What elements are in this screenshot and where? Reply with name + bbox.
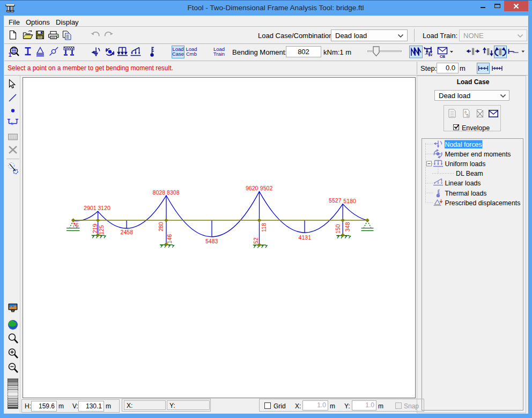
svg-text:1: 1 xyxy=(9,51,12,58)
svg-text:Cmb: Cmb xyxy=(186,51,197,57)
svg-text:CB: CB xyxy=(440,55,445,58)
svg-text:DL Beam: DL Beam xyxy=(456,170,483,177)
svg-text:8308: 8308 xyxy=(167,189,180,196)
svg-text:Member end moments: Member end moments xyxy=(445,151,511,158)
svg-text:125: 125 xyxy=(98,225,105,235)
svg-text:280: 280 xyxy=(158,222,164,232)
svg-text:L: L xyxy=(11,122,13,125)
svg-text:Nodal forces: Nodal forces xyxy=(445,141,482,148)
svg-text:118: 118 xyxy=(261,223,267,232)
svg-text:146: 146 xyxy=(166,234,173,244)
svg-text:5180: 5180 xyxy=(343,198,356,204)
svg-text:150: 150 xyxy=(335,224,342,234)
svg-text:4131: 4131 xyxy=(299,234,312,241)
svg-text:5527: 5527 xyxy=(329,197,342,204)
svg-text:Thermal loads: Thermal loads xyxy=(445,190,487,197)
svg-text:5483: 5483 xyxy=(205,238,218,244)
svg-text:2901: 2901 xyxy=(84,205,97,211)
svg-text:8028: 8028 xyxy=(153,189,166,196)
svg-text:2458: 2458 xyxy=(121,229,134,235)
svg-text:9620: 9620 xyxy=(246,185,258,191)
svg-text:Case: Case xyxy=(172,51,184,57)
svg-text:52: 52 xyxy=(253,237,259,244)
svg-text:Train: Train xyxy=(213,51,225,57)
svg-text:76: 76 xyxy=(72,222,79,228)
svg-text:Prescribed displacements: Prescribed displacements xyxy=(445,199,521,207)
svg-text:9502: 9502 xyxy=(260,185,273,191)
svg-text:a: a xyxy=(464,110,467,114)
svg-text:Uniform loads: Uniform loads xyxy=(445,160,486,168)
svg-text:Linear loads: Linear loads xyxy=(445,180,481,187)
svg-text:348: 348 xyxy=(344,222,351,232)
svg-text:219: 219 xyxy=(92,224,98,234)
svg-text:3120: 3120 xyxy=(98,205,110,211)
